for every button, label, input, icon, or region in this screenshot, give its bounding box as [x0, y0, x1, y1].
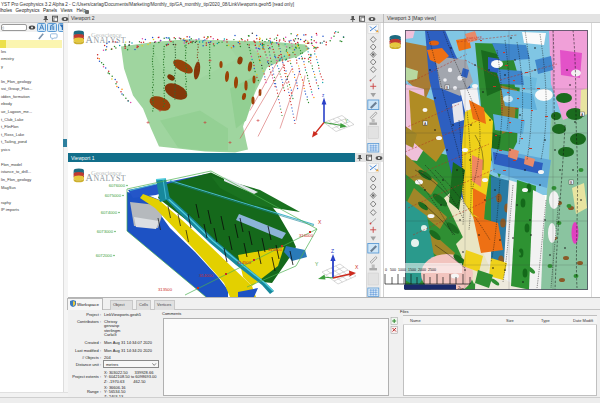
svg-text:z: z	[322, 92, 325, 97]
svg-text:6072000: 6072000	[96, 253, 113, 258]
svg-text:X: X	[318, 219, 322, 225]
svg-text:314000: 314000	[199, 273, 214, 278]
svg-text:km: km	[460, 287, 465, 291]
svg-text:6073000: 6073000	[97, 229, 114, 234]
svg-text:6075000: 6075000	[105, 193, 122, 198]
svg-text:314500: 314500	[237, 260, 252, 265]
svg-text:NALYST: NALYST	[94, 174, 126, 183]
svg-text:A: A	[86, 34, 94, 45]
svg-text:0 500 1000 1500 2000 250: 0 500 1000 1500 2000 2500	[385, 268, 436, 272]
svg-text:Y: Y	[345, 118, 348, 123]
svg-text:Z: Z	[331, 248, 334, 254]
svg-text:6074000: 6074000	[101, 210, 118, 215]
svg-text:316000: 316000	[299, 233, 314, 238]
svg-text:313500: 313500	[158, 287, 173, 292]
svg-text:NALYST: NALYST	[94, 36, 126, 45]
svg-text:X: X	[355, 264, 359, 270]
svg-text:A: A	[86, 172, 94, 183]
svg-text:6076000: 6076000	[109, 183, 126, 188]
svg-text:Y: Y	[315, 261, 319, 267]
svg-text:315000: 315000	[268, 247, 283, 252]
